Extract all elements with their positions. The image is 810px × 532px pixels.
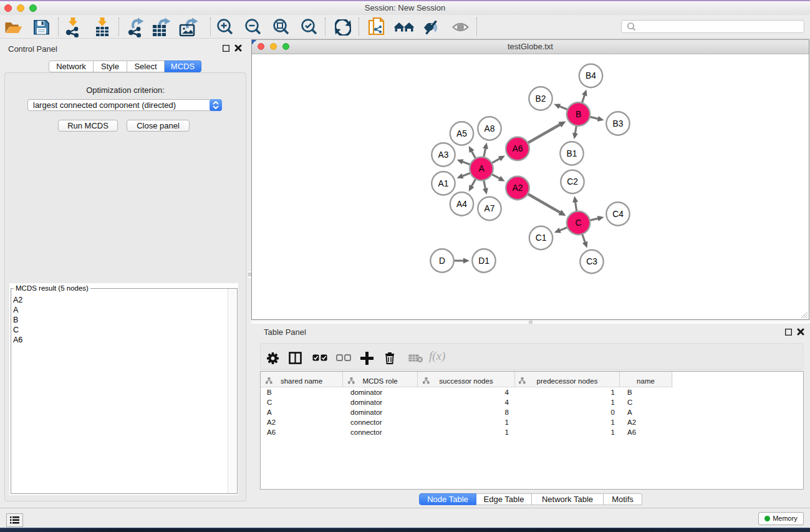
svg-text:A1: A1 — [438, 179, 449, 188]
svg-text:C4: C4 — [612, 210, 624, 219]
svg-text:C: C — [576, 218, 582, 228]
svg-text:A7: A7 — [485, 204, 495, 213]
svg-text:B1: B1 — [567, 149, 577, 158]
svg-text:D1: D1 — [478, 256, 489, 266]
svg-text:C2: C2 — [567, 177, 578, 186]
svg-text:A6: A6 — [513, 144, 523, 153]
svg-text:A2: A2 — [513, 183, 523, 193]
svg-text:B: B — [576, 110, 581, 119]
svg-text:A5: A5 — [456, 129, 467, 138]
svg-text:B2: B2 — [536, 94, 546, 104]
svg-text:D: D — [439, 256, 445, 266]
svg-text:A: A — [478, 164, 485, 173]
svg-text:B3: B3 — [613, 119, 624, 128]
svg-text:A4: A4 — [456, 200, 467, 209]
svg-text:C1: C1 — [536, 233, 547, 243]
svg-text:A8: A8 — [485, 124, 495, 133]
svg-text:C3: C3 — [586, 257, 597, 266]
svg-text:A3: A3 — [438, 150, 449, 160]
svg-text:B4: B4 — [586, 71, 596, 80]
